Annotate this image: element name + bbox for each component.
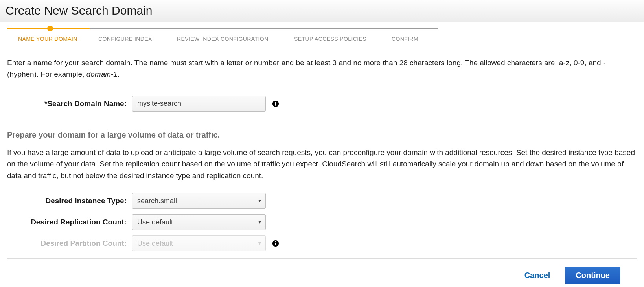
wizard-stepper: NAME YOUR DOMAIN CONFIGURE INDEX REVIEW … — [0, 28, 644, 50]
svg-rect-4 — [275, 243, 276, 245]
scaling-heading: Prepare your domain for a large volume o… — [7, 129, 637, 141]
step-setup-access-policies[interactable]: SETUP ACCESS POLICIES — [294, 36, 392, 42]
label-desired-replication-count: Desired Replication Count: — [7, 216, 132, 228]
label-desired-partition-count: Desired Partition Count: — [7, 237, 132, 249]
stepper-knob — [47, 26, 53, 31]
footer: Cancel Continue — [0, 259, 644, 287]
cancel-button[interactable]: Cancel — [523, 269, 552, 282]
step-confirm[interactable]: CONFIRM — [392, 36, 439, 42]
label-search-domain-name: *Search Domain Name: — [7, 98, 132, 109]
step-configure-index[interactable]: CONFIGURE INDEX — [98, 36, 177, 42]
page-title: Create New Search Domain — [6, 4, 638, 17]
search-domain-name-input[interactable] — [132, 96, 266, 112]
info-icon[interactable] — [272, 240, 279, 247]
desired-replication-count-select[interactable]: Use default — [132, 214, 266, 230]
desired-instance-type-select[interactable]: search.small — [132, 193, 266, 209]
intro-text: Enter a name for your search domain. The… — [7, 57, 637, 80]
intro-text-tail: . — [118, 70, 120, 78]
page-header: Create New Search Domain — [0, 0, 644, 22]
label-desired-instance-type: Desired Instance Type: — [7, 195, 132, 206]
continue-button[interactable]: Continue — [565, 267, 620, 284]
svg-rect-5 — [275, 241, 276, 242]
info-icon[interactable] — [272, 100, 279, 107]
step-review-index-configuration[interactable]: REVIEW INDEX CONFIGURATION — [177, 36, 294, 42]
step-name-your-domain[interactable]: NAME YOUR DOMAIN — [7, 36, 98, 42]
svg-rect-2 — [275, 102, 276, 103]
desired-partition-count-select: Use default — [132, 235, 266, 251]
scaling-body: If you have a large amount of data to up… — [7, 147, 637, 181]
svg-rect-1 — [275, 103, 276, 105]
stepper-track — [7, 28, 438, 29]
intro-example: domain-1 — [86, 70, 118, 78]
